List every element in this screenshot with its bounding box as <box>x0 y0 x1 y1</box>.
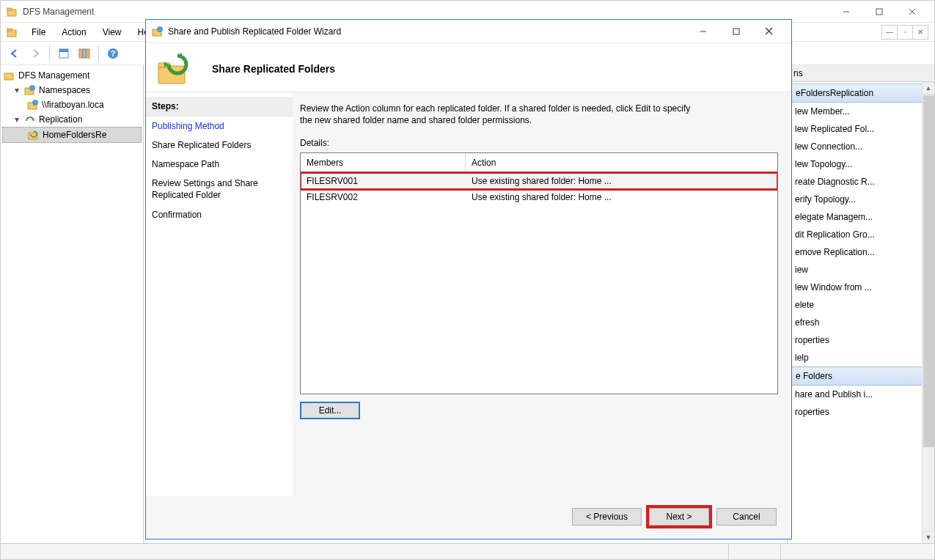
forward-button[interactable] <box>26 45 45 62</box>
scroll-down-icon[interactable]: ▼ <box>923 531 934 543</box>
wizard-minimize-button[interactable] <box>686 21 719 42</box>
svg-rect-12 <box>87 49 89 58</box>
cancel-button[interactable]: Cancel <box>716 508 777 526</box>
wizard-maximize-button[interactable] <box>719 21 752 42</box>
scroll-thumb[interactable] <box>923 95 934 447</box>
svg-rect-3 <box>876 9 882 15</box>
cell-member: FILESRV002 <box>301 189 466 205</box>
dfs-icon <box>7 6 18 18</box>
svg-rect-9 <box>59 49 68 52</box>
details-table: Members Action FILESRV001 Use existing s… <box>300 152 778 394</box>
main-title: DFS Management <box>23 7 829 17</box>
tree-pane[interactable]: DFS Management ▾ Namespaces \\firatboyan… <box>1 65 144 543</box>
action-section-label: eFoldersReplication <box>796 88 873 98</box>
step-confirmation[interactable]: Confirmation <box>146 205 293 224</box>
action-section2-label: e Folders <box>796 371 832 381</box>
edit-button[interactable]: Edit... <box>300 402 360 419</box>
tree-namespace-item[interactable]: \\firatboyan.loca <box>2 97 142 112</box>
action-new-window[interactable]: lew Window from ... <box>789 279 933 296</box>
action-help[interactable]: lelp <box>789 349 933 366</box>
action-properties[interactable]: roperties <box>789 331 933 349</box>
wizard-titlebar: Share and Publish Replicated Folder Wiza… <box>146 20 791 43</box>
maximize-button[interactable] <box>862 1 895 22</box>
action-new-member[interactable]: lew Member... <box>789 103 933 120</box>
separator <box>49 45 50 62</box>
wizard-header: Share Replicated Folders <box>146 43 791 92</box>
wizard-close-button[interactable] <box>752 21 785 42</box>
svg-rect-10 <box>79 49 82 58</box>
mdi-minimize[interactable]: — <box>881 25 898 40</box>
help-icon[interactable]: ? <box>103 45 122 62</box>
wizard-heading: Share Replicated Folders <box>212 63 335 75</box>
col-action[interactable]: Action <box>466 153 777 172</box>
table-row[interactable]: FILESRV001 Use existing shared folder: H… <box>301 173 777 189</box>
close-button[interactable] <box>895 1 928 22</box>
action-share-publish[interactable]: hare and Publish i... <box>789 386 933 403</box>
step-share-replicated[interactable]: Share Replicated Folders <box>146 136 293 155</box>
action-new-replicated-folder[interactable]: lew Replicated Fol... <box>789 120 933 138</box>
details-label: Details: <box>300 138 778 148</box>
next-button[interactable]: Next > <box>649 508 709 526</box>
scroll-up-icon[interactable]: ▲ <box>923 82 934 95</box>
tree-replication[interactable]: ▾ Replication <box>2 112 142 127</box>
table-header: Members Action <box>301 153 777 173</box>
tree-replication-item-label: HomeFoldersRe <box>43 130 106 140</box>
action-verify-topology[interactable]: erify Topology... <box>789 191 933 208</box>
tree-namespaces[interactable]: ▾ Namespaces <box>2 83 142 97</box>
action-properties-2[interactable]: roperties <box>789 403 933 421</box>
col-members[interactable]: Members <box>301 153 466 172</box>
wizard-dialog: Share and Publish Replicated Folder Wiza… <box>145 19 792 539</box>
action-remove-replication[interactable]: emove Replication... <box>789 243 933 261</box>
action-section-replication[interactable]: eFoldersReplication ▴ <box>789 84 933 103</box>
tree-root-label: DFS Management <box>18 70 89 81</box>
actions-scrollbar[interactable]: ▲ ▼ <box>922 82 934 543</box>
tree-namespaces-label: Namespaces <box>39 85 90 95</box>
menu-view[interactable]: View <box>95 26 129 39</box>
menu-file[interactable]: File <box>24 26 53 39</box>
svg-point-19 <box>32 100 38 106</box>
wizard-icon <box>152 26 164 37</box>
cell-action: Use existing shared folder: Home ... <box>466 189 777 205</box>
action-view[interactable]: iew ▸ <box>789 261 933 279</box>
cell-action: Use existing shared folder: Home ... <box>466 173 777 189</box>
cell-member: FILESRV001 <box>301 173 466 189</box>
step-publishing-method[interactable]: Publishing Method <box>146 117 293 136</box>
action-section-folders[interactable]: e Folders ▴ <box>789 366 933 386</box>
action-delegate-management[interactable]: elegate Managem... <box>789 208 933 226</box>
wizard-big-icon <box>155 51 199 87</box>
wizard-buttons: < Previous Next > Cancel <box>146 496 791 539</box>
tree-replication-item[interactable]: HomeFoldersRe <box>2 127 142 143</box>
properties-icon[interactable] <box>54 45 73 62</box>
columns-icon[interactable] <box>75 45 94 62</box>
tree-root[interactable]: DFS Management <box>2 68 142 83</box>
step-review-settings[interactable]: Review Settings and Share Replicated Fol… <box>146 174 293 205</box>
action-new-topology[interactable]: lew Topology... <box>789 155 933 173</box>
minimize-button[interactable] <box>829 1 862 22</box>
action-refresh[interactable]: efresh <box>789 314 933 331</box>
menu-action[interactable]: Action <box>54 26 93 39</box>
back-button[interactable] <box>5 45 24 62</box>
tree-replication-label: Replication <box>39 114 82 125</box>
svg-rect-1 <box>7 8 12 10</box>
wizard-content: Review the Action column for each replic… <box>293 92 791 496</box>
svg-rect-24 <box>733 29 739 34</box>
caret-down-icon[interactable]: ▾ <box>12 85 21 95</box>
edit-row: Edit... <box>300 402 778 419</box>
actions-list: eFoldersReplication ▴ lew Member... lew … <box>788 82 934 422</box>
mdi-close[interactable]: ✕ <box>912 25 928 40</box>
action-delete[interactable]: elete <box>789 296 933 314</box>
wizard-title: Share and Publish Replicated Folder Wiza… <box>168 26 686 37</box>
caret-down-icon[interactable]: ▾ <box>12 114 21 125</box>
wizard-window-controls <box>686 21 785 42</box>
previous-button[interactable]: < Previous <box>572 508 642 526</box>
svg-text:?: ? <box>111 49 116 58</box>
mdi-restore[interactable]: ▫ <box>897 25 913 40</box>
action-create-diagnostic[interactable]: reate Diagnostic R... <box>789 173 933 191</box>
action-new-connection[interactable]: lew Connection... <box>789 138 933 155</box>
svg-rect-15 <box>4 73 13 80</box>
step-namespace-path[interactable]: Namespace Path <box>146 155 293 174</box>
actions-header: ns <box>788 65 934 82</box>
status-bar <box>1 543 934 559</box>
action-edit-replication-group[interactable]: dit Replication Gro... <box>789 226 933 243</box>
table-row[interactable]: FILESRV002 Use existing shared folder: H… <box>301 189 777 205</box>
